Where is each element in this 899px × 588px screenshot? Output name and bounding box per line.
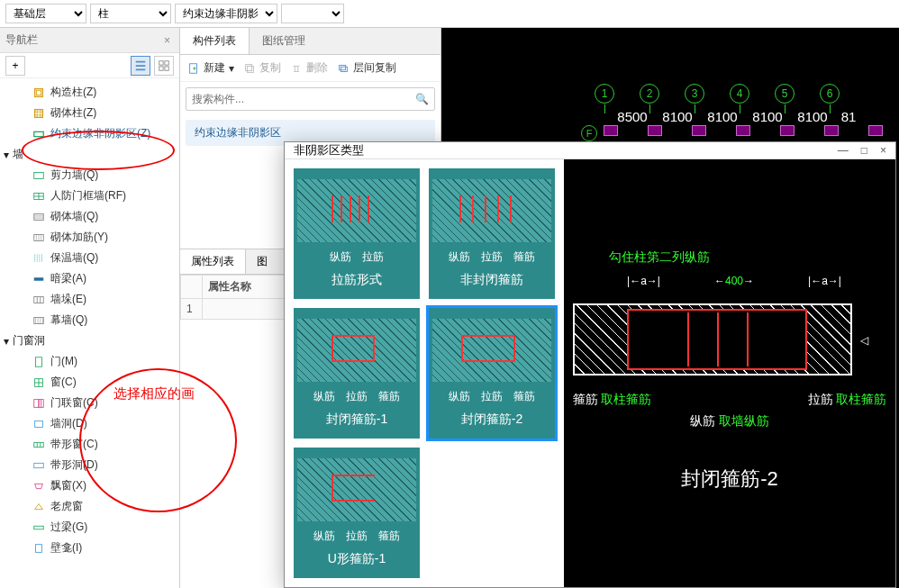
- tree-item[interactable]: 暗梁(A): [0, 268, 179, 289]
- wall-icon: [32, 211, 45, 223]
- svg-rect-0: [159, 60, 163, 64]
- close-icon[interactable]: ×: [160, 34, 174, 47]
- hole-icon: [32, 418, 45, 430]
- maximize-icon[interactable]: □: [861, 144, 867, 157]
- tree-item[interactable]: 老虎窗: [0, 496, 179, 517]
- preview-dimensions: |←a→| ←400→ |←a→|: [600, 275, 868, 287]
- svg-rect-20: [34, 442, 44, 447]
- type-preview: 勾住柱第二列纵筋 |←a→| ←400→ |←a→| ◁ 箍筋 取柱箍筋 拉筋 …: [564, 159, 895, 587]
- svg-rect-21: [34, 463, 44, 467]
- svg-rect-17: [34, 399, 39, 407]
- tree-item[interactable]: 窗(C): [0, 372, 179, 393]
- type-card[interactable]: 纵筋 拉筋 拉筋形式: [294, 168, 420, 299]
- doorwindow-icon: [32, 397, 45, 410]
- tree-item[interactable]: 砌体柱(Z): [0, 103, 179, 123]
- type-dialog: 非阴影区类型 — □ × 纵筋 拉筋 拉筋形式 纵筋 拉筋 箍筋 非封闭箍筋 纵…: [284, 141, 896, 588]
- tab-property-list[interactable]: 属性列表: [180, 249, 246, 274]
- tab-component-list[interactable]: 构件列表: [180, 28, 250, 54]
- tree-item[interactable]: 过梁(G): [0, 517, 179, 538]
- tree-item[interactable]: 墙垛(E): [0, 289, 179, 310]
- tab-drawing-manage[interactable]: 图纸管理: [250, 28, 318, 54]
- axis-marker: 6: [820, 84, 840, 104]
- type-card[interactable]: 纵筋 拉筋 箍筋 非封闭箍筋: [429, 168, 555, 299]
- svg-rect-23: [36, 544, 42, 552]
- nav-panel-title: 导航栏: [5, 32, 38, 48]
- tree-item[interactable]: 带形洞(D): [0, 455, 179, 475]
- tree-item[interactable]: 人防门框墙(RF): [0, 185, 179, 206]
- nav-toolbar: +: [0, 53, 179, 78]
- svg-rect-12: [34, 277, 44, 281]
- floor-selector-bar: 基础层 柱 约束边缘非阴影: [0, 0, 899, 28]
- type-select[interactable]: 约束边缘非阴影: [175, 4, 277, 23]
- tree-item[interactable]: 砌体加筋(Y): [0, 227, 179, 248]
- tree-item-edge-nonshadow[interactable]: 约束边缘非阴影区(Z): [0, 123, 179, 144]
- wall-icon: [32, 231, 45, 244]
- chevron-down-icon: ▾: [4, 335, 9, 348]
- tree-item[interactable]: 带形窗(C): [0, 434, 179, 455]
- door-icon: [32, 356, 45, 368]
- add-button[interactable]: +: [5, 56, 25, 76]
- type-card[interactable]: 纵筋 拉筋 箍筋 封闭箍筋-1: [294, 308, 420, 439]
- axis-marker: 4: [730, 84, 749, 104]
- axis-marker: 2: [640, 84, 659, 104]
- svg-rect-22: [34, 526, 44, 529]
- svg-rect-1: [165, 60, 168, 64]
- tree-group-doorwindow[interactable]: ▾ 门窗洞: [0, 330, 179, 351]
- new-button[interactable]: 新建 ▾: [187, 60, 234, 76]
- axis-marker: 1: [595, 84, 614, 104]
- search-input[interactable]: [192, 93, 415, 105]
- preview-note: 勾住柱第二列纵筋: [609, 249, 710, 266]
- grid-icon: [158, 59, 170, 72]
- close-icon[interactable]: ×: [880, 144, 886, 157]
- delete-button[interactable]: 删除: [290, 60, 328, 76]
- axis-marker-f: F: [581, 125, 597, 141]
- nav-tree[interactable]: 构造柱(Z) 砌体柱(Z) 约束边缘非阴影区(Z) ▾ 墙 剪力墙(Q) 人防门…: [0, 78, 179, 588]
- tree-item[interactable]: 幕墙(Q): [0, 310, 179, 330]
- tree-item[interactable]: 门(M): [0, 351, 179, 372]
- minimize-icon[interactable]: —: [838, 144, 849, 157]
- type-grid: 纵筋 拉筋 拉筋形式 纵筋 拉筋 箍筋 非封闭箍筋 纵筋 拉筋 箍筋 封闭箍筋-…: [285, 159, 564, 587]
- plan-columns: [604, 125, 883, 136]
- column-icon: [32, 128, 45, 140]
- tree-item[interactable]: 墙洞(D): [0, 413, 179, 434]
- wall-icon: [32, 169, 45, 182]
- preview-diagram: ◁: [573, 303, 852, 375]
- svg-rect-19: [35, 421, 43, 427]
- lintel-icon: [32, 521, 45, 534]
- window-icon: [32, 376, 45, 389]
- tree-item[interactable]: 飘窗(X): [0, 475, 179, 496]
- mid-tabs: 构件列表 图纸管理: [180, 28, 440, 55]
- delete-icon: [290, 62, 303, 75]
- axis-marker: 5: [775, 84, 795, 104]
- tree-group-wall[interactable]: ▾ 墙: [0, 144, 179, 165]
- wall-icon: [32, 190, 45, 203]
- svg-rect-28: [341, 67, 347, 71]
- axis-labels: 1 2 3 4 5 6: [595, 84, 840, 104]
- svg-rect-2: [159, 66, 163, 69]
- grid-view-button[interactable]: [154, 56, 174, 76]
- tree-item[interactable]: 门联窗(C): [0, 393, 179, 413]
- tree-item[interactable]: 构造柱(Z): [0, 82, 179, 103]
- list-view-button[interactable]: [131, 56, 150, 76]
- extra-select[interactable]: [281, 4, 344, 23]
- dimension-labels: 8500 8100 8100 8100 8100 81: [614, 109, 858, 124]
- component-toolbar: 新建 ▾ 复制 删除 层间复制: [180, 55, 440, 82]
- dialog-titlebar[interactable]: 非阴影区类型 — □ ×: [285, 142, 895, 159]
- tree-item[interactable]: 砌体墙(Q): [0, 206, 179, 227]
- floor-select[interactable]: 基础层: [5, 4, 86, 23]
- chevron-down-icon: ▾: [4, 149, 9, 161]
- wall-icon: [32, 252, 45, 265]
- column-select[interactable]: 柱: [90, 4, 171, 23]
- tree-item[interactable]: 保温墙(Q): [0, 248, 179, 268]
- preview-name: 封闭箍筋-2: [564, 466, 895, 493]
- dormer-icon: [32, 501, 45, 513]
- svg-rect-5: [36, 90, 41, 95]
- tab-property-drawing[interactable]: 图: [246, 249, 278, 274]
- type-card-selected[interactable]: 纵筋 拉筋 箍筋 封闭箍筋-2: [429, 308, 555, 439]
- type-card[interactable]: 纵筋 拉筋 箍筋 U形箍筋-1: [294, 448, 420, 578]
- layer-copy-button[interactable]: 层间复制: [337, 60, 396, 76]
- tree-item[interactable]: 壁龛(I): [0, 538, 179, 558]
- tree-item[interactable]: 剪力墙(Q): [0, 165, 179, 185]
- copy-button[interactable]: 复制: [243, 60, 281, 76]
- search-icon[interactable]: 🔍: [415, 93, 429, 105]
